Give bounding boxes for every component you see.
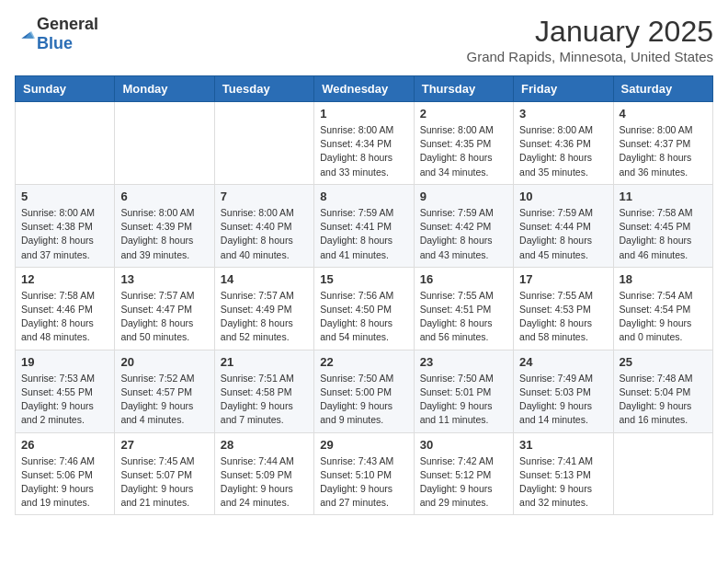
calendar-week-row: 12Sunrise: 7:58 AMSunset: 4:46 PMDayligh… [16, 267, 713, 350]
day-info: Sunrise: 7:42 AMSunset: 5:12 PMDaylight:… [420, 454, 507, 511]
calendar-day-header: Wednesday [314, 76, 414, 102]
calendar-day-cell: 25Sunrise: 7:48 AMSunset: 5:04 PMDayligh… [613, 350, 712, 432]
calendar-day-cell: 31Sunrise: 7:41 AMSunset: 5:13 PMDayligh… [514, 432, 613, 515]
calendar-day-header: Sunday [16, 76, 115, 102]
calendar-day-cell: 4Sunrise: 8:00 AMSunset: 4:37 PMDaylight… [613, 102, 712, 185]
day-number: 1 [320, 107, 407, 121]
day-number: 21 [221, 355, 308, 369]
day-info: Sunrise: 8:00 AMSunset: 4:38 PMDaylight:… [21, 206, 108, 262]
calendar-day-cell: 28Sunrise: 7:44 AMSunset: 5:09 PMDayligh… [214, 432, 313, 515]
day-number: 3 [519, 107, 607, 121]
day-number: 29 [320, 438, 407, 452]
day-info: Sunrise: 7:53 AMSunset: 4:55 PMDaylight:… [21, 372, 108, 428]
day-info: Sunrise: 7:58 AMSunset: 4:46 PMDaylight:… [21, 289, 108, 345]
calendar-day-cell [214, 102, 313, 185]
calendar-day-header: Friday [514, 76, 613, 102]
calendar-day-cell: 7Sunrise: 8:00 AMSunset: 4:40 PMDaylight… [214, 184, 313, 267]
day-number: 25 [620, 355, 707, 369]
calendar-day-cell [16, 102, 115, 185]
calendar-day-cell: 1Sunrise: 8:00 AMSunset: 4:34 PMDaylight… [314, 102, 414, 185]
day-info: Sunrise: 7:48 AMSunset: 5:04 PMDaylight:… [620, 372, 707, 428]
calendar-day-cell: 18Sunrise: 7:54 AMSunset: 4:54 PMDayligh… [613, 267, 712, 350]
calendar-day-cell: 27Sunrise: 7:45 AMSunset: 5:07 PMDayligh… [115, 432, 214, 515]
calendar-day-header: Saturday [613, 76, 712, 102]
day-number: 22 [320, 355, 407, 369]
day-info: Sunrise: 7:59 AMSunset: 4:44 PMDaylight:… [519, 206, 607, 262]
day-info: Sunrise: 7:56 AMSunset: 4:50 PMDaylight:… [320, 289, 407, 345]
day-number: 8 [320, 190, 407, 203]
day-info: Sunrise: 8:00 AMSunset: 4:34 PMDaylight:… [320, 123, 407, 179]
calendar-table: SundayMondayTuesdayWednesdayThursdayFrid… [15, 75, 713, 515]
title-block: January 2025 Grand Rapids, Minnesota, Un… [467, 15, 713, 64]
day-info: Sunrise: 7:55 AMSunset: 4:53 PMDaylight:… [519, 289, 607, 345]
calendar-day-cell: 5Sunrise: 8:00 AMSunset: 4:38 PMDaylight… [16, 184, 115, 267]
logo-icon [17, 25, 35, 43]
calendar-week-row: 1Sunrise: 8:00 AMSunset: 4:34 PMDaylight… [16, 102, 713, 185]
day-info: Sunrise: 7:46 AMSunset: 5:06 PMDaylight:… [21, 454, 108, 511]
day-number: 9 [420, 190, 507, 203]
day-info: Sunrise: 7:55 AMSunset: 4:51 PMDaylight:… [420, 289, 507, 345]
day-info: Sunrise: 7:51 AMSunset: 4:58 PMDaylight:… [221, 372, 308, 428]
day-number: 2 [420, 107, 507, 121]
day-number: 23 [420, 355, 507, 369]
day-number: 27 [120, 438, 208, 452]
calendar-day-header: Tuesday [214, 76, 313, 102]
month-title: January 2025 [467, 15, 713, 49]
calendar-day-cell: 20Sunrise: 7:52 AMSunset: 4:57 PMDayligh… [115, 350, 214, 432]
day-info: Sunrise: 7:49 AMSunset: 5:03 PMDaylight:… [519, 372, 607, 428]
day-info: Sunrise: 7:52 AMSunset: 4:57 PMDaylight:… [120, 372, 208, 428]
day-number: 15 [320, 272, 407, 286]
day-info: Sunrise: 7:59 AMSunset: 4:41 PMDaylight:… [320, 206, 407, 262]
calendar-day-header: Monday [115, 76, 214, 102]
calendar-day-cell: 26Sunrise: 7:46 AMSunset: 5:06 PMDayligh… [16, 432, 115, 515]
day-number: 19 [21, 355, 108, 369]
calendar-day-cell: 11Sunrise: 7:58 AMSunset: 4:45 PMDayligh… [613, 184, 712, 267]
day-info: Sunrise: 7:45 AMSunset: 5:07 PMDaylight:… [120, 454, 208, 511]
day-number: 5 [21, 190, 108, 203]
calendar-day-cell: 22Sunrise: 7:50 AMSunset: 5:00 PMDayligh… [314, 350, 414, 432]
logo-general: General [37, 15, 98, 33]
calendar-day-cell: 24Sunrise: 7:49 AMSunset: 5:03 PMDayligh… [514, 350, 613, 432]
calendar-day-cell: 13Sunrise: 7:57 AMSunset: 4:47 PMDayligh… [115, 267, 214, 350]
calendar-day-cell [613, 432, 712, 515]
calendar-day-cell: 10Sunrise: 7:59 AMSunset: 4:44 PMDayligh… [514, 184, 613, 267]
calendar-day-cell: 9Sunrise: 7:59 AMSunset: 4:42 PMDaylight… [414, 184, 513, 267]
day-number: 31 [519, 438, 607, 452]
day-number: 4 [620, 107, 707, 121]
calendar-day-cell: 12Sunrise: 7:58 AMSunset: 4:46 PMDayligh… [16, 267, 115, 350]
calendar-day-cell: 15Sunrise: 7:56 AMSunset: 4:50 PMDayligh… [314, 267, 414, 350]
day-info: Sunrise: 8:00 AMSunset: 4:40 PMDaylight:… [221, 206, 308, 262]
day-info: Sunrise: 7:59 AMSunset: 4:42 PMDaylight:… [420, 206, 507, 262]
day-info: Sunrise: 8:00 AMSunset: 4:35 PMDaylight:… [420, 123, 507, 179]
calendar-week-row: 5Sunrise: 8:00 AMSunset: 4:38 PMDaylight… [16, 184, 713, 267]
calendar-day-cell: 29Sunrise: 7:43 AMSunset: 5:10 PMDayligh… [314, 432, 414, 515]
logo-blue: Blue [37, 34, 73, 52]
logo: General Blue [15, 15, 98, 53]
day-number: 18 [620, 272, 707, 286]
day-info: Sunrise: 7:58 AMSunset: 4:45 PMDaylight:… [620, 206, 707, 262]
day-number: 24 [519, 355, 607, 369]
day-info: Sunrise: 7:41 AMSunset: 5:13 PMDaylight:… [519, 454, 607, 511]
calendar-day-cell: 17Sunrise: 7:55 AMSunset: 4:53 PMDayligh… [514, 267, 613, 350]
location-title: Grand Rapids, Minnesota, United States [467, 49, 713, 64]
calendar-day-cell: 6Sunrise: 8:00 AMSunset: 4:39 PMDaylight… [115, 184, 214, 267]
day-number: 11 [620, 190, 707, 203]
day-info: Sunrise: 7:50 AMSunset: 5:01 PMDaylight:… [420, 372, 507, 428]
calendar-day-cell: 2Sunrise: 8:00 AMSunset: 4:35 PMDaylight… [414, 102, 513, 185]
day-info: Sunrise: 7:50 AMSunset: 5:00 PMDaylight:… [320, 372, 407, 428]
day-number: 7 [221, 190, 308, 203]
calendar-day-cell [115, 102, 214, 185]
day-number: 13 [120, 272, 208, 286]
day-number: 26 [21, 438, 108, 452]
day-number: 28 [221, 438, 308, 452]
calendar-day-cell: 16Sunrise: 7:55 AMSunset: 4:51 PMDayligh… [414, 267, 513, 350]
calendar-day-cell: 8Sunrise: 7:59 AMSunset: 4:41 PMDaylight… [314, 184, 414, 267]
day-number: 14 [221, 272, 308, 286]
page-header: General Blue January 2025 Grand Rapids, … [15, 15, 713, 64]
calendar-day-cell: 3Sunrise: 8:00 AMSunset: 4:36 PMDaylight… [514, 102, 613, 185]
day-info: Sunrise: 7:54 AMSunset: 4:54 PMDaylight:… [620, 289, 707, 345]
day-info: Sunrise: 8:00 AMSunset: 4:36 PMDaylight:… [519, 123, 607, 179]
day-info: Sunrise: 7:44 AMSunset: 5:09 PMDaylight:… [221, 454, 308, 511]
day-number: 17 [519, 272, 607, 286]
day-info: Sunrise: 7:43 AMSunset: 5:10 PMDaylight:… [320, 454, 407, 511]
